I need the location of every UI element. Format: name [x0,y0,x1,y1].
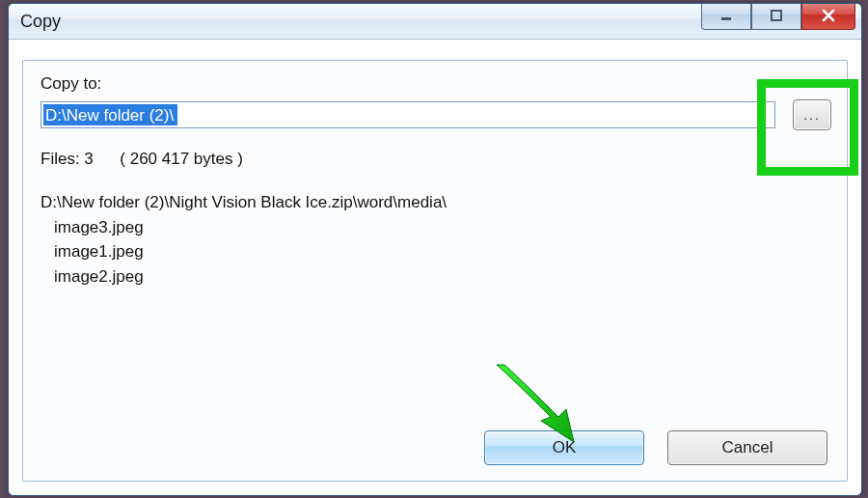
files-size: ( 260 417 bytes ) [120,150,243,168]
close-button[interactable] [801,3,855,30]
client-area: Copy to: D:\New folder (2)\ ... Files: 3… [9,39,861,495]
minimize-button[interactable] [701,3,751,30]
copy-to-label: Copy to: [41,74,831,94]
window-title: Copy [20,12,61,32]
destination-path-input[interactable]: D:\New folder (2)\ [41,101,775,128]
source-path: D:\New folder (2)\Night Vision Black Ice… [41,190,831,215]
browse-button[interactable]: ... [793,99,831,130]
ok-button[interactable]: OK [484,430,644,465]
browse-button-label: ... [803,107,821,123]
files-summary: Files: 3 ( 260 417 bytes ) [41,150,831,169]
list-item: image2.jpeg [41,264,831,290]
files-count: 3 [84,150,93,168]
list-item: image1.jpeg [41,239,831,264]
files-label: Files: [41,150,80,168]
copy-dialog-window: Copy Copy to: D:\New folder (2)\ ... [8,3,862,496]
ok-button-label: OK [553,438,577,457]
cancel-button-label: Cancel [722,438,773,457]
maximize-button[interactable] [751,3,801,30]
titlebar[interactable]: Copy [9,4,861,40]
window-controls [701,3,855,30]
destination-path-value: D:\New folder (2)\ [43,104,177,125]
cancel-button[interactable]: Cancel [667,430,827,465]
list-item: image3.jpeg [41,215,831,240]
file-list: D:\New folder (2)\Night Vision Black Ice… [41,190,831,289]
path-row: D:\New folder (2)\ ... [41,99,831,130]
inner-panel: Copy to: D:\New folder (2)\ ... Files: 3… [22,60,848,482]
dialog-button-row: OK Cancel [484,430,827,465]
svg-rect-1 [772,11,781,20]
svg-rect-0 [721,17,731,20]
